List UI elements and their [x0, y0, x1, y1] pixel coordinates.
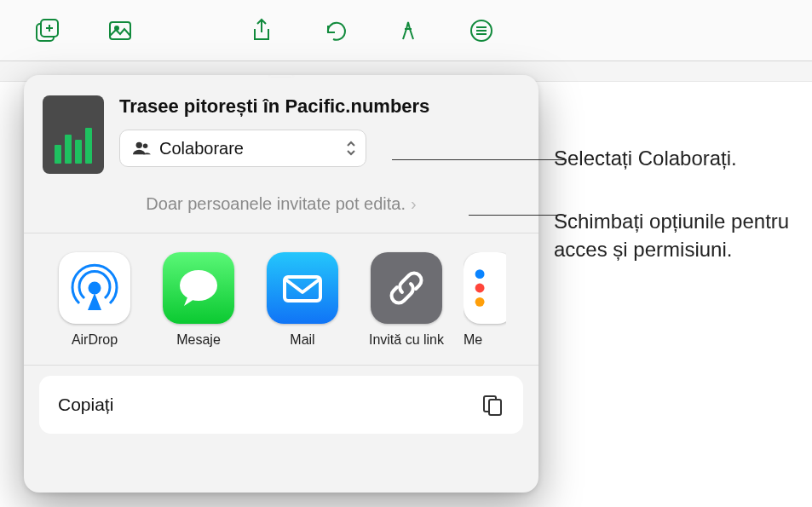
- document-options-button[interactable]: [445, 0, 518, 61]
- link-icon: [371, 252, 442, 324]
- share-apps-row: AirDrop Mesaje Mail: [24, 233, 538, 365]
- document-title: Trasee pitorești în Pacific.numbers: [119, 95, 520, 118]
- chevron-right-icon: ›: [411, 194, 417, 214]
- share-app-airdrop[interactable]: AirDrop: [48, 252, 141, 348]
- messages-icon: [163, 252, 234, 324]
- svg-rect-19: [489, 400, 501, 415]
- svg-point-16: [475, 284, 485, 293]
- svg-point-12: [89, 283, 100, 293]
- app-label: Mail: [290, 332, 314, 348]
- actions-list: Copiați: [39, 376, 523, 434]
- callouts: Selectați Colaborați. Schimbați opțiunil…: [554, 145, 801, 299]
- app-label: Mesaje: [176, 332, 221, 348]
- app-label: Invită cu link: [369, 332, 444, 348]
- document-icon: [43, 95, 104, 174]
- updown-chevron-icon: [345, 140, 357, 157]
- collaboration-mode-label: Colaborare: [159, 139, 337, 158]
- svg-rect-4: [110, 22, 130, 39]
- permissions-link[interactable]: Doar persoanele invitate pot edita. ›: [24, 186, 538, 233]
- share-app-messages[interactable]: Mesaje: [152, 252, 245, 348]
- insert-button[interactable]: [10, 0, 84, 61]
- app-label: AirDrop: [72, 332, 118, 348]
- svg-rect-14: [285, 277, 320, 301]
- svg-point-15: [475, 269, 485, 279]
- copy-icon: [481, 393, 504, 417]
- copy-action[interactable]: Copiați: [39, 376, 523, 434]
- divider: [24, 365, 538, 366]
- people-icon: [132, 139, 151, 158]
- svg-point-11: [143, 144, 148, 149]
- share-popover: Trasee pitorești în Pacific.numbers Cola…: [24, 75, 538, 493]
- callout-leader: [469, 215, 567, 216]
- reminders-icon: [464, 252, 506, 324]
- format-button[interactable]: [371, 0, 445, 61]
- permissions-text: Doar persoanele invitate pot edita.: [146, 194, 406, 214]
- toolbar: [0, 0, 812, 61]
- svg-point-17: [475, 297, 485, 307]
- share-app-mail[interactable]: Mail: [256, 252, 349, 348]
- callout-change-permissions: Schimbați opțiunile pentru acces și perm…: [554, 208, 801, 263]
- share-button[interactable]: [225, 0, 298, 61]
- collaboration-mode-selector[interactable]: Colaborare: [119, 130, 366, 167]
- svg-point-13: [180, 270, 217, 301]
- share-app-partial[interactable]: Me: [464, 252, 506, 348]
- callout-leader: [392, 159, 567, 160]
- airdrop-icon: [59, 252, 130, 324]
- mail-icon: [267, 252, 338, 324]
- app-label: Me: [464, 332, 482, 348]
- callout-select-collaborate: Selectați Colaborați.: [554, 145, 801, 172]
- svg-point-10: [136, 142, 142, 148]
- share-app-invite-link[interactable]: Invită cu link: [360, 252, 453, 348]
- undo-button[interactable]: [298, 0, 371, 61]
- copy-label: Copiați: [58, 395, 113, 415]
- media-button[interactable]: [84, 0, 157, 61]
